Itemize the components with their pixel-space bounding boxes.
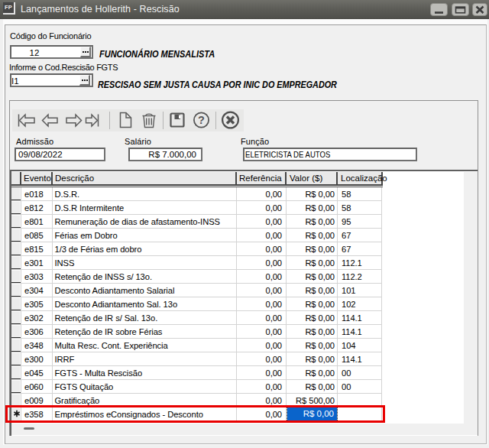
svg-text:?: ?	[198, 114, 205, 126]
